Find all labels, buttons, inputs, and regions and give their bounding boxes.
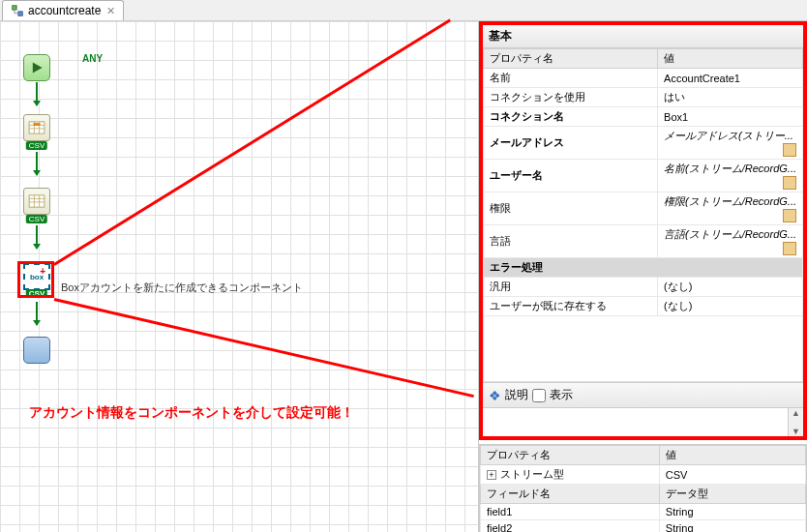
description-bar: ❖ 説明 表示 xyxy=(483,382,803,407)
flow-icon xyxy=(11,4,24,17)
description-body: ▲▼ xyxy=(483,407,803,436)
field-row[interactable]: field2String xyxy=(481,520,806,533)
col-header-type[interactable]: データ型 xyxy=(659,485,805,504)
desc-label: 説明 xyxy=(505,387,528,403)
tab-title: accountcreate xyxy=(28,4,101,17)
prop-row[interactable]: 汎用(なし) xyxy=(484,278,803,297)
col-header-val[interactable]: 値 xyxy=(658,49,803,69)
csv-icon xyxy=(28,194,45,208)
component-label: Boxアカウントを新たに作成できるコンポーネント xyxy=(61,281,303,295)
highlight-box xyxy=(17,261,54,298)
csv-node-1[interactable]: CSV xyxy=(23,114,50,141)
flow-arrow xyxy=(36,82,38,105)
picker-icon[interactable] xyxy=(783,143,796,157)
csv-tag: CSV xyxy=(26,141,47,150)
stream-table: プロパティ名 値 +ストリーム型 CSV フィールド名 データ型 field1S… xyxy=(480,445,806,532)
properties-panel-highlighted: 基本 プロパティ名 値 名前AccountCreate1 コネクションを使用はい… xyxy=(479,21,807,440)
prop-row[interactable]: メールアドレスメールアドレス(ストリー... xyxy=(484,127,803,160)
show-checkbox[interactable] xyxy=(532,389,546,402)
flow-arrow xyxy=(36,302,38,325)
description-icon: ❖ xyxy=(489,388,501,403)
prop-row[interactable]: ユーザーが既に存在する(なし) xyxy=(484,297,803,316)
show-label: 表示 xyxy=(550,387,573,403)
picker-icon[interactable] xyxy=(783,176,796,190)
picker-icon[interactable] xyxy=(783,209,796,222)
col-header-val[interactable]: 値 xyxy=(659,446,805,465)
tab-bar: accountcreate ✕ xyxy=(0,0,807,21)
flow-arrow xyxy=(36,152,38,175)
prop-row[interactable]: 名前AccountCreate1 xyxy=(484,69,803,88)
csv-icon xyxy=(28,121,45,134)
play-icon xyxy=(30,61,44,74)
start-node[interactable]: ANY xyxy=(23,54,50,81)
flow-arrow xyxy=(36,225,38,249)
grid-background xyxy=(0,21,478,532)
stream-type-row[interactable]: +ストリーム型 CSV xyxy=(481,465,806,485)
field-row[interactable]: field1String xyxy=(481,504,806,520)
tab-accountcreate[interactable]: accountcreate ✕ xyxy=(2,0,124,20)
csv-tag: CSV xyxy=(26,215,47,223)
prop-row[interactable]: 権限権限(ストリーム/RecordG... xyxy=(484,192,803,225)
empty-area xyxy=(483,316,803,382)
section-error: エラー処理 xyxy=(484,258,803,278)
vertical-scrollbar[interactable]: ▲▼ xyxy=(788,408,803,436)
col-header-prop[interactable]: プロパティ名 xyxy=(481,446,660,465)
panel-title: 基本 xyxy=(483,25,803,48)
prop-row[interactable]: コネクション名Box1 xyxy=(484,107,803,127)
svg-rect-1 xyxy=(18,12,22,15)
picker-icon[interactable] xyxy=(783,242,796,255)
any-label: ANY xyxy=(82,53,103,64)
csv-node-2[interactable]: CSV xyxy=(23,188,50,215)
col-header-prop[interactable]: プロパティ名 xyxy=(484,49,658,69)
end-node[interactable] xyxy=(23,337,50,364)
col-header-field[interactable]: フィールド名 xyxy=(481,485,660,504)
expand-icon[interactable]: + xyxy=(487,470,496,480)
properties-table: プロパティ名 値 名前AccountCreate1 コネクションを使用はい コネ… xyxy=(483,48,803,316)
svg-rect-0 xyxy=(13,6,16,10)
flow-canvas[interactable]: ANY CSV CSV + box CSV Boxアカウントを新たに作成できるコ… xyxy=(0,21,478,532)
prop-row[interactable]: 言語言語(ストリーム/RecordG... xyxy=(484,225,803,258)
close-icon[interactable]: ✕ xyxy=(106,5,115,17)
svg-rect-3 xyxy=(29,195,45,207)
annotation-text: アカウント情報をコンポーネントを介して設定可能！ xyxy=(29,404,354,422)
prop-row[interactable]: コネクションを使用はい xyxy=(484,88,803,107)
stream-panel: プロパティ名 値 +ストリーム型 CSV フィールド名 データ型 field1S… xyxy=(479,444,807,532)
prop-row[interactable]: ユーザー名名前(ストリーム/RecordG... xyxy=(484,160,803,192)
properties-column: 基本 プロパティ名 値 名前AccountCreate1 コネクションを使用はい… xyxy=(478,21,807,532)
